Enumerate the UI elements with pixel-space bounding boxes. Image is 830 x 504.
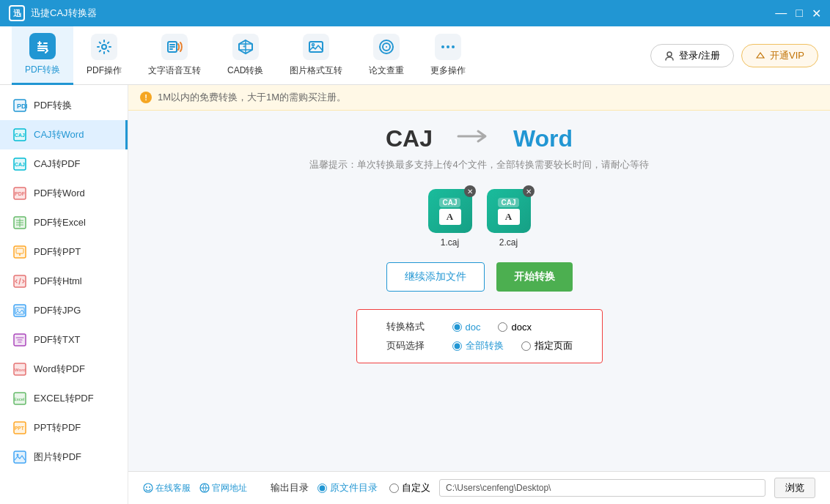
vip-label: 开通VIP <box>770 49 804 62</box>
output-dir-label: 输出目录 <box>271 481 309 494</box>
sidebar-label-img-pdf: 图片转PDF <box>34 451 81 464</box>
format-label: 转换格式 <box>386 320 430 333</box>
app-logo: 迅 <box>9 5 25 21</box>
nav-item-pdf-operate[interactable]: PDF操作 <box>73 26 135 85</box>
nav-label-text-audio: 文字语音互转 <box>148 64 201 77</box>
original-dir-radio[interactable]: 原文件目录 <box>317 481 378 494</box>
word-pdf-sidebar-icon: Word <box>12 361 28 377</box>
cad-convert-icon: + <box>232 34 259 60</box>
nav-item-paper-check[interactable]: 论文查重 <box>356 26 417 85</box>
conversion-title: CAJ Word <box>386 125 573 152</box>
doc-indicator-1: A <box>439 209 461 225</box>
remove-file-2-button[interactable]: ✕ <box>523 185 535 197</box>
main-content: CAJ Word 温馨提示：单次转换最多支持上传4个文件，全部转换需要较长时间，… <box>128 111 830 471</box>
pdf-word-sidebar-icon: PDF <box>12 185 28 201</box>
nav-item-cad-convert[interactable]: + CAD转换 <box>214 26 276 85</box>
file-icon-wrapper-1: CAJ A ✕ <box>428 189 472 233</box>
page-radio-group: 全部转换 指定页面 <box>452 339 573 352</box>
sidebar-label-word-pdf: Word转PDF <box>34 363 85 376</box>
text-audio-icon <box>161 34 188 60</box>
svg-text:PPT: PPT <box>15 426 24 431</box>
sidebar-item-caj-pdf[interactable]: CAJ CAJ转PDF <box>0 149 128 179</box>
sidebar-item-pdf-html[interactable]: PDF转Html <box>0 267 128 296</box>
nav-item-img-convert[interactable]: 图片格式互转 <box>276 26 356 85</box>
login-button[interactable]: 登录/注册 <box>650 44 734 67</box>
custom-dir-radio[interactable]: 自定义 <box>389 481 430 494</box>
sidebar-item-pdf-excel[interactable]: PDF转Excel <box>0 208 128 237</box>
app-title: 迅捷CAJ转换器 <box>31 7 97 20</box>
caj-tag-1: CAJ <box>439 198 460 207</box>
format-doc-label: doc <box>466 322 481 333</box>
sidebar-item-ppt-pdf[interactable]: PPT PPT转PDF <box>0 413 128 442</box>
bottom-left: 在线客服 官网地址 <box>143 482 247 494</box>
sidebar-item-caj-word[interactable]: CAJ CAJ转Word <box>0 120 128 149</box>
notice-icon: ! <box>140 92 152 103</box>
svg-text:Excel: Excel <box>14 397 25 401</box>
paper-check-icon <box>373 34 400 60</box>
pdf-html-sidebar-icon <box>12 273 28 289</box>
custom-dir-label: 自定义 <box>402 481 430 494</box>
svg-point-28 <box>17 309 18 311</box>
browse-button[interactable]: 浏览 <box>774 478 815 498</box>
maximize-button[interactable]: □ <box>796 7 803 20</box>
conversion-arrow <box>455 125 491 152</box>
sidebar-label-pdf-excel: PDF转Excel <box>34 216 86 229</box>
format-doc-radio[interactable]: doc <box>452 322 481 333</box>
website-link[interactable]: 官网地址 <box>199 482 247 494</box>
titlebar-left: 迅 迅捷CAJ转换器 <box>9 5 97 21</box>
svg-text:PDF: PDF <box>17 103 27 110</box>
online-service-label: 在线客服 <box>155 482 191 494</box>
sidebar-item-pdf-txt[interactable]: PDF转TXT <box>0 325 128 355</box>
nav-item-more[interactable]: 更多操作 <box>417 26 479 85</box>
start-convert-button[interactable]: 开始转换 <box>496 262 573 292</box>
add-file-button[interactable]: 继续添加文件 <box>386 262 485 292</box>
output-path-input[interactable] <box>439 479 765 497</box>
vip-button[interactable]: 开通VIP <box>741 44 818 67</box>
nav-item-text-audio[interactable]: 文字语音互转 <box>135 26 214 85</box>
page-label: 页码选择 <box>386 339 430 352</box>
notice-bar: ! 1M以内的免费转换，大于1M的需购买注册。 <box>128 85 830 111</box>
caj-tag-2: CAJ <box>498 198 518 207</box>
sidebar-label-pdf-convert: PDF转换 <box>34 99 72 112</box>
sidebar-item-pdf-jpg[interactable]: PDF转JPG <box>0 296 128 325</box>
content-area: ! 1M以内的免费转换，大于1M的需购买注册。 CAJ Word 温馨提示：单次… <box>128 85 830 504</box>
pdf-txt-sidebar-icon <box>12 332 28 348</box>
svg-point-9 <box>386 46 387 48</box>
format-option-row: 转换格式 doc docx <box>386 320 573 333</box>
pdf-convert-sidebar-icon: PDF <box>12 97 28 114</box>
svg-text:+: + <box>243 44 246 49</box>
target-format-label: Word <box>513 125 573 152</box>
remove-file-1-button[interactable]: ✕ <box>464 185 476 197</box>
page-specific-radio[interactable]: 指定页面 <box>521 339 573 352</box>
sidebar-item-img-pdf[interactable]: 图片转PDF <box>0 442 128 472</box>
sidebar-label-pdf-txt: PDF转TXT <box>34 333 81 346</box>
more-icon <box>435 34 461 60</box>
sidebar-item-pdf-word[interactable]: PDF PDF转Word <box>0 179 128 208</box>
sidebar-item-word-pdf[interactable]: Word Word转PDF <box>0 355 128 384</box>
nav-label-cad-convert: CAD转换 <box>227 64 263 77</box>
path-radio-group: 原文件目录 自定义 <box>317 481 430 494</box>
nav-item-pdf-convert[interactable]: PDF转换 <box>12 26 73 85</box>
svg-text:Word: Word <box>15 368 26 372</box>
file-cards: CAJ A ✕ 1.caj CAJ A <box>428 189 531 248</box>
minimize-button[interactable]: — <box>775 7 787 20</box>
conversion-subtitle: 温馨提示：单次转换最多支持上传4个文件，全部转换需要较长时间，请耐心等待 <box>309 158 648 171</box>
img-convert-icon <box>303 34 329 60</box>
sidebar-item-pdf-convert[interactable]: PDF PDF转换 <box>0 91 128 120</box>
file-icon-1: CAJ A <box>428 189 472 233</box>
sidebar-label-caj-word: CAJ转Word <box>34 128 84 141</box>
sidebar-label-ppt-pdf: PPT转PDF <box>34 421 81 434</box>
page-all-radio[interactable]: 全部转换 <box>452 339 504 352</box>
bottom-bar: 在线客服 官网地址 输出目录 原文件目录 自定义 <box>128 471 830 504</box>
excel-pdf-sidebar-icon: Excel <box>12 390 28 407</box>
sidebar-item-excel-pdf[interactable]: Excel EXCEL转PDF <box>0 384 128 413</box>
ppt-pdf-sidebar-icon: PPT <box>12 420 28 436</box>
close-button[interactable]: ✕ <box>812 7 821 21</box>
svg-point-10 <box>441 45 444 48</box>
page-specific-label: 指定页面 <box>535 339 573 352</box>
svg-text:CAJ: CAJ <box>15 162 25 167</box>
file-icon-2: CAJ A <box>487 189 531 233</box>
format-docx-radio[interactable]: docx <box>498 322 531 333</box>
sidebar-item-pdf-ppt[interactable]: PDF转PPT <box>0 237 128 267</box>
online-service-link[interactable]: 在线客服 <box>143 482 191 494</box>
